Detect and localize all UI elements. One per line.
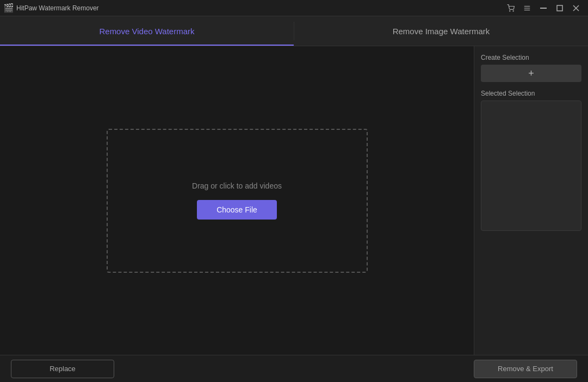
selected-selection-section: Selected Selection (481, 90, 581, 231)
remove-export-button[interactable]: Remove & Export (474, 360, 577, 378)
svg-point-1 (513, 10, 513, 11)
close-button[interactable] (568, 2, 584, 14)
replace-button[interactable]: Replace (11, 360, 114, 378)
bottom-bar: Replace Remove & Export (0, 355, 588, 382)
menu-button[interactable] (519, 2, 535, 14)
create-selection-section: Create Selection + (481, 54, 581, 82)
svg-rect-6 (557, 5, 562, 11)
app-icon: 🎬 (4, 4, 13, 12)
maximize-button[interactable] (552, 2, 567, 14)
title-bar-left: 🎬 HitPaw Watermark Remover (4, 4, 99, 12)
tab-image[interactable]: Remove Image Watermark (294, 16, 588, 46)
create-selection-label: Create Selection (481, 54, 581, 61)
selected-selection-label: Selected Selection (481, 90, 581, 97)
app-title: HitPaw Watermark Remover (16, 4, 99, 12)
tab-bar: Remove Video Watermark Remove Image Wate… (0, 16, 588, 46)
create-selection-button[interactable]: + (481, 65, 581, 82)
svg-point-0 (510, 10, 510, 11)
drop-zone-text: Drag or click to add videos (192, 181, 282, 190)
cart-button[interactable] (503, 2, 518, 14)
right-panel: Create Selection + Selected Selection (474, 46, 588, 355)
tab-video[interactable]: Remove Video Watermark (0, 16, 294, 46)
drop-zone[interactable]: Drag or click to add videos Choose File (107, 129, 368, 273)
main-content: Drag or click to add videos Choose File … (0, 46, 588, 355)
selected-selection-box (481, 101, 581, 231)
window-controls (503, 2, 584, 14)
title-bar: 🎬 HitPaw Watermark Remover (0, 0, 588, 16)
minimize-button[interactable] (536, 2, 551, 14)
video-panel: Drag or click to add videos Choose File (0, 46, 474, 355)
choose-file-button[interactable]: Choose File (197, 200, 277, 220)
